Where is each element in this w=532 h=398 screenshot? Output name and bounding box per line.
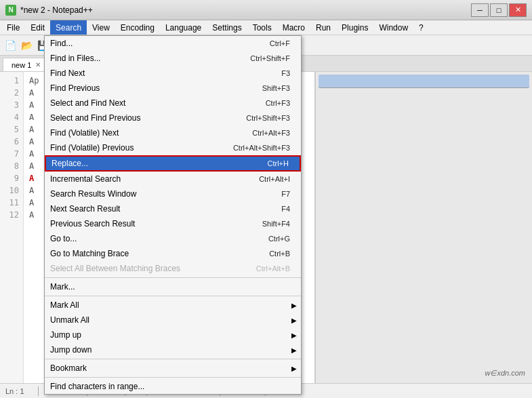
dropdown-select-between-braces: Select All Between Matching Braces Ctrl+… (45, 261, 301, 276)
close-button[interactable]: ✕ (509, 3, 527, 17)
bookmark-arrow: ▶ (291, 365, 297, 372)
line-number: 3 (4, 99, 19, 111)
search-dropdown: Find... Ctrl+F Find in Files... Ctrl+Shi… (44, 35, 302, 395)
dropdown-unmark-all[interactable]: Unmark All ▶ (45, 313, 301, 327)
line-numbers: 1 2 3 4 5 6 7 8 9 10 11 12 (0, 72, 24, 383)
dropdown-find[interactable]: Find... Ctrl+F (45, 36, 301, 51)
dropdown-separator-2 (45, 296, 301, 296)
tab-new1[interactable]: new 1 ✕ (3, 58, 49, 71)
dropdown-replace[interactable]: Replace... Ctrl+H (45, 155, 301, 172)
line-number: 1 (4, 75, 19, 87)
dropdown-select-find-next[interactable]: Select and Find Next Ctrl+F3 (45, 96, 301, 111)
jump-down-arrow: ▶ (291, 346, 297, 354)
menu-macro[interactable]: Macro (277, 20, 310, 35)
line-number: 12 (4, 209, 19, 221)
minimize-button[interactable]: ─ (471, 3, 489, 17)
menu-run[interactable]: Run (310, 20, 336, 35)
right-panel (315, 72, 532, 383)
menu-search[interactable]: Search (50, 20, 87, 35)
line-number: 9 (4, 172, 19, 184)
dropdown-find-chars[interactable]: Find characters in range... (45, 379, 301, 394)
dropdown-prev-search-result[interactable]: Previous Search Result Shift+F4 (45, 216, 301, 231)
menu-encoding[interactable]: Encoding (115, 20, 160, 35)
line-number: 4 (4, 111, 19, 123)
line-number: 2 (4, 87, 19, 99)
app-icon: N (5, 5, 16, 16)
dropdown-find-volatile-prev[interactable]: Find (Volatile) Previous Ctrl+Alt+Shift+… (45, 140, 301, 155)
dropdown-separator-1 (45, 277, 301, 278)
line-number: 11 (4, 197, 19, 209)
watermark: w∈xdn.com (485, 369, 525, 378)
menu-file[interactable]: File (1, 20, 25, 35)
line-number: 5 (4, 123, 19, 136)
mark-all-arrow: ▶ (291, 302, 297, 309)
dropdown-find-next[interactable]: Find Next F3 (45, 66, 301, 81)
dropdown-goto-brace[interactable]: Go to Matching Brace Ctrl+B (45, 246, 301, 261)
right-panel-header (319, 75, 529, 88)
new-button[interactable]: 📄 (3, 38, 18, 53)
dropdown-bookmark[interactable]: Bookmark ▶ (45, 361, 301, 376)
line-number: 10 (4, 184, 19, 197)
dropdown-jump-down[interactable]: Jump down ▶ (45, 342, 301, 357)
line-number: 7 (4, 148, 19, 160)
status-line: Ln : 1 (5, 387, 24, 395)
dropdown-find-prev[interactable]: Find Previous Shift+F3 (45, 81, 301, 96)
dropdown-goto[interactable]: Go to... Ctrl+G (45, 231, 301, 246)
menu-language[interactable]: Language (160, 20, 207, 35)
dropdown-incremental-search[interactable]: Incremental Search Ctrl+Alt+I (45, 172, 301, 186)
menu-bar: File Edit Search View Encoding Language … (0, 20, 532, 35)
menu-help[interactable]: ? (413, 20, 429, 35)
maximize-button[interactable]: □ (490, 3, 508, 17)
menu-settings[interactable]: Settings (207, 20, 247, 35)
dropdown-find-in-files[interactable]: Find in Files... Ctrl+Shift+F (45, 51, 301, 66)
open-button[interactable]: 📂 (19, 38, 34, 53)
line-number: 8 (4, 160, 19, 172)
menu-window[interactable]: Window (373, 20, 413, 35)
menu-plugins[interactable]: Plugins (336, 20, 373, 35)
title-bar: N *new 2 - Notepad++ ─ □ ✕ (0, 0, 532, 20)
window-controls: ─ □ ✕ (471, 3, 527, 17)
dropdown-mark[interactable]: Mark... (45, 279, 301, 294)
dropdown-separator-3 (45, 359, 301, 359)
jump-up-arrow: ▶ (291, 332, 297, 339)
dropdown-jump-up[interactable]: Jump up ▶ (45, 327, 301, 342)
dropdown-find-volatile-next[interactable]: Find (Volatile) Next Ctrl+Alt+F3 (45, 125, 301, 140)
dropdown-search-results-window[interactable]: Search Results Window F7 (45, 186, 301, 201)
dropdown-mark-all[interactable]: Mark All ▶ (45, 298, 301, 313)
dropdown-next-search-result[interactable]: Next Search Result F4 (45, 201, 301, 216)
line-number: 6 (4, 136, 19, 148)
menu-tools[interactable]: Tools (247, 20, 277, 35)
dropdown-select-find-prev[interactable]: Select and Find Previous Ctrl+Shift+F3 (45, 111, 301, 125)
menu-edit[interactable]: Edit (25, 20, 50, 35)
dropdown-separator-4 (45, 377, 301, 378)
status-sep-1 (38, 386, 39, 396)
tab-close-button[interactable]: ✕ (35, 61, 41, 68)
tab-label: new 1 (12, 61, 31, 69)
unmark-all-arrow: ▶ (291, 317, 297, 324)
title-text: *new 2 - Notepad++ (20, 5, 471, 15)
menu-view[interactable]: View (87, 20, 115, 35)
